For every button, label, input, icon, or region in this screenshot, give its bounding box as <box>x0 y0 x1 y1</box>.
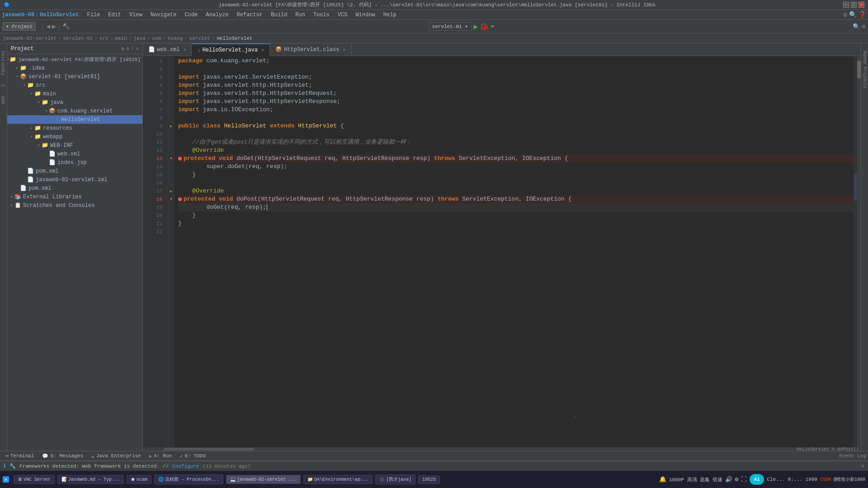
notification-close[interactable]: ✕ <box>861 463 864 469</box>
event-log[interactable]: Event Log <box>840 453 866 459</box>
tree-item-pom2[interactable]: 📄 pom.xml <box>7 184 142 192</box>
breadcrumb-item-com[interactable]: com <box>152 36 161 41</box>
tree-item-root[interactable]: ▾ 📁 javaweb-02-servlet FA\班级管理\西开 [19525… <box>7 55 142 64</box>
debug-btn[interactable]: 🐞 <box>480 22 489 31</box>
volume-icon[interactable]: 🔊 <box>725 476 732 483</box>
tab-webxml-close[interactable]: ✕ <box>183 47 186 52</box>
tree-item-webxml[interactable]: 📄 web.xml <box>7 150 142 158</box>
tree-item-HelloServlet[interactable]: ☕ HelloServlet <box>7 115 142 124</box>
breakpoint-18[interactable] <box>143 195 147 203</box>
menu-help[interactable]: Help <box>380 11 400 19</box>
tree-item-main[interactable]: ▾ 📁 main <box>7 89 142 98</box>
tab-helloservlet-close[interactable]: ✕ <box>261 47 264 53</box>
menu-window[interactable]: Window <box>352 11 379 19</box>
run-gutter-9[interactable]: ▶ <box>170 124 172 129</box>
vnc-server-btn[interactable]: 🖥 VNC Server <box>14 475 55 484</box>
menu-code[interactable]: Code <box>181 11 201 19</box>
tree-item-idea[interactable]: ▸ 📁 .idea <box>7 64 142 72</box>
toolbar-icon-2[interactable]: 🔍 <box>849 11 857 19</box>
code-content[interactable]: package com.kuang.servlet; import javax.… <box>175 56 854 447</box>
tab-httpservlet-close[interactable]: ✕ <box>343 47 346 52</box>
menu-view[interactable]: View <box>126 11 146 19</box>
run-btn[interactable]: ▶ <box>474 22 478 31</box>
breadcrumb-item-servlet01[interactable]: servlet-01 <box>63 36 93 41</box>
maven-projects-panel-tab[interactable]: Maven Projects <box>861 47 868 92</box>
minimize-button[interactable]: ─ <box>843 2 849 8</box>
back-btn[interactable]: ◀ <box>46 23 50 30</box>
project-dropdown[interactable]: ▾ Project <box>3 22 36 31</box>
sidebar-sync-icon[interactable]: ↻ <box>122 46 125 52</box>
tree-item-servlet01[interactable]: ▾ 📦 servlet-01 [servlet01] <box>7 72 142 81</box>
configure-link[interactable]: Configure <box>172 464 199 469</box>
breakpoint-13[interactable] <box>143 155 147 163</box>
tree-item-src[interactable]: ▾ 📁 src <box>7 81 142 89</box>
terminal-tab[interactable]: ⌨ Terminal <box>2 452 38 460</box>
tab-webxml[interactable]: 📄 web.xml ✕ <box>143 43 192 56</box>
menu-refactor[interactable]: Refactor <box>233 11 267 19</box>
sidebar-gear-icon[interactable]: ⚙ <box>126 46 129 52</box>
breadcrumb-item-main[interactable]: main <box>115 36 127 41</box>
build-btn[interactable]: 🔨 <box>62 23 70 30</box>
tree-item-webapp[interactable]: ▾ 📁 webapp <box>7 132 142 141</box>
search-icon[interactable]: 🔍 <box>853 23 860 30</box>
forward-btn[interactable]: ▶ <box>52 23 56 30</box>
minimap[interactable] <box>854 56 857 447</box>
settings-tray-icon[interactable]: ⚙ <box>735 476 739 483</box>
breadcrumb-item-helloservlet[interactable]: HelloServlet <box>217 36 252 41</box>
menu-build[interactable]: Build <box>267 11 291 19</box>
tree-item-java[interactable]: ▾ 📁 java <box>7 98 142 107</box>
intellij-btn[interactable]: 💻 javaweb-02-servlet ... <box>226 475 301 484</box>
todo-tab[interactable]: ✓ 6: TODO <box>176 452 209 460</box>
breadcrumb-item-java[interactable]: java <box>134 36 146 41</box>
menu-vcs[interactable]: VCS <box>334 11 351 19</box>
sidebar-close-icon[interactable]: ✕ <box>136 46 139 52</box>
maximize-button[interactable]: □ <box>851 2 857 8</box>
vertical-scrollbar[interactable] <box>857 56 861 447</box>
breakpoint-gutter-13[interactable]: ● <box>170 156 172 161</box>
scrollbar-thumb[interactable] <box>857 61 861 79</box>
environment-btn[interactable]: 📁 DA\Environment\ap... <box>303 475 373 484</box>
tree-item-resources[interactable]: ▸ 📁 resources <box>7 124 142 132</box>
menu-navigate[interactable]: Navigate <box>147 11 180 19</box>
run-gutter-17[interactable]: ▶ <box>170 189 172 194</box>
tree-item-indexjsp[interactable]: 📄 index.jsp <box>7 158 142 167</box>
toolbar-icon-3[interactable]: ❓ <box>859 11 866 19</box>
tab-httpservlet[interactable]: 📦 HttpServlet.class ✕ <box>270 43 351 56</box>
course-btn[interactable]: 19525 <box>418 475 440 484</box>
favorites-panel-tab[interactable]: Favorites <box>0 47 7 79</box>
tree-item-scratches[interactable]: ▸ 📋 Scratches and Consoles <box>7 201 142 210</box>
panel-2-tab[interactable]: 2 <box>0 80 7 90</box>
breakpoint-gutter-18[interactable]: ● <box>170 197 172 202</box>
menu-file[interactable]: File <box>83 11 104 19</box>
processon-btn[interactable]: 🌐 流程图 – ProcessOn... <box>154 474 223 484</box>
ocam-btn[interactable]: ⏺ ocam <box>127 475 151 484</box>
menu-tools[interactable]: Tools <box>310 11 333 19</box>
breadcrumb-item-javaweb[interactable]: javaweb-02-servlet <box>3 36 57 41</box>
toolbar-icon-1[interactable]: ⚙ <box>844 11 847 19</box>
breadcrumb-item-kuang[interactable]: kuang <box>168 36 183 41</box>
java-enterprise-tab[interactable]: ☕ Java Enterprise <box>88 452 145 460</box>
breadcrumb-item-servlet[interactable]: servlet <box>189 36 210 41</box>
tree-item-iml[interactable]: 📄 javaweb-02-servlet.iml <box>7 175 142 184</box>
settings-icon[interactable]: ⚙ <box>862 23 865 30</box>
run-config-dropdown[interactable]: servlet-01 ▾ <box>428 22 472 31</box>
run-tab[interactable]: ▶ 4: Run <box>146 452 175 460</box>
menu-analyze[interactable]: Analyze <box>202 11 232 19</box>
javaweb-md-btn[interactable]: 📝 JavaWeb.md – Typ... <box>57 475 124 484</box>
close-button[interactable]: ✕ <box>859 2 864 8</box>
menu-run[interactable]: Run <box>292 11 309 19</box>
tree-item-package[interactable]: ▾ 📦 com.kuang.servlet <box>7 107 142 115</box>
horizontal-scrollbar[interactable]: HelloServlet > doPost() <box>143 447 861 451</box>
h-scrollbar-thumb[interactable] <box>164 448 254 450</box>
tree-item-extlibs[interactable]: ▸ 📚 External Libraries <box>7 192 142 201</box>
sidebar-expand-icon[interactable]: ↕ <box>131 46 134 52</box>
tree-item-pom1[interactable]: 📄 pom.xml <box>7 167 142 175</box>
fullscreen-icon[interactable]: ⛶ <box>741 476 747 483</box>
menu-edit[interactable]: Edit <box>104 11 125 19</box>
xicai-btn[interactable]: 🎥 [西才java] <box>375 474 415 484</box>
tab-helloservlet[interactable]: ☕ HelloServlet.java ✕ <box>192 43 270 56</box>
tree-item-webinf[interactable]: ▾ 📁 WEB-INF <box>7 141 142 150</box>
breadcrumb-item-src[interactable]: src <box>99 36 108 41</box>
notification-bell[interactable]: 🔔 <box>659 476 666 483</box>
messages-tab[interactable]: 💬 0: Messages <box>38 452 87 460</box>
